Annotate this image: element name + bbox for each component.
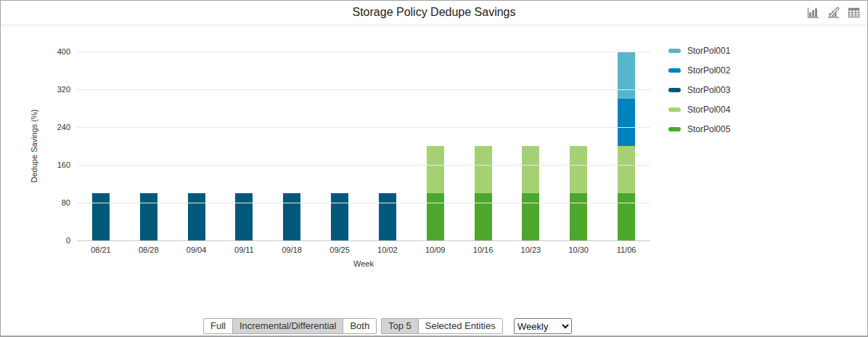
y-tick-label: 80 [62, 198, 70, 208]
stacked-bar [92, 193, 110, 240]
footer-controls: FullIncremental/DifferentialBoth Top 5Se… [1, 317, 867, 334]
page-title: Storage Policy Dedupe Savings [1, 1, 867, 24]
x-axis-labels: 08/2108/2809/0409/1109/1809/2510/0210/09… [77, 245, 650, 254]
stacked-bar [140, 193, 157, 240]
x-tick-label: 10/09 [412, 245, 459, 254]
x-tick-label: 11/06 [602, 245, 650, 254]
bar-segment-storpol003[interactable] [188, 193, 205, 240]
stacked-bar [570, 146, 587, 240]
x-tick-label: 08/21 [77, 245, 125, 254]
legend-label: StorPol004 [687, 105, 730, 115]
x-tick-label: 10/16 [459, 245, 507, 254]
bar-segment-storpol002[interactable] [618, 99, 635, 146]
y-tick-label: 160 [57, 160, 70, 170]
bar-segment-storpol003[interactable] [331, 193, 348, 240]
bar-slot [268, 52, 316, 240]
bar-slot [125, 52, 173, 240]
legend-swatch [668, 68, 681, 73]
bar-segment-storpol004[interactable] [570, 146, 587, 193]
y-axis-title: Dedupe Savings (%) [30, 110, 38, 183]
bar-segment-storpol005[interactable] [427, 193, 444, 240]
stacked-bar [331, 193, 348, 240]
y-tick-label: 400 [57, 46, 70, 57]
bar-slot [316, 52, 364, 240]
legend-label: StorPol003 [687, 85, 730, 95]
x-tick-label: 10/02 [364, 245, 412, 254]
stacked-bar [475, 146, 492, 240]
bar-slot [364, 52, 412, 240]
bar-slot [412, 52, 459, 240]
button-both[interactable]: Both [343, 318, 377, 334]
gridline [77, 127, 650, 128]
x-axis-title: Week [77, 259, 650, 268]
x-tick-label: 08/28 [125, 245, 173, 254]
backup-type-button-group: FullIncremental/DifferentialBoth [203, 318, 377, 334]
stacked-bar [427, 146, 444, 240]
stacked-bar [235, 193, 253, 240]
bar-segment-storpol004[interactable] [475, 146, 492, 193]
chart-plot-area: 08/2108/2809/0409/1109/1809/2510/0210/09… [77, 52, 650, 241]
bar-segment-storpol004[interactable] [427, 146, 444, 193]
gridline [77, 89, 650, 90]
legend-label: StorPol002 [687, 65, 730, 76]
chart-toolbar [807, 7, 860, 19]
bar-slot [554, 52, 602, 240]
legend-item-storpol002[interactable]: StorPol002 [668, 65, 730, 76]
x-tick-label: 09/25 [316, 245, 364, 254]
button-selected-entities[interactable]: Selected Entities [418, 318, 503, 334]
legend-label: StorPol005 [687, 124, 730, 134]
column-chart-icon[interactable] [807, 7, 819, 19]
button-top-5[interactable]: Top 5 [381, 318, 419, 334]
bar-series-container [77, 52, 650, 240]
x-tick-label: 09/11 [220, 245, 268, 254]
legend-swatch [668, 127, 681, 131]
button-incremental-differential[interactable]: Incremental/Differential [232, 318, 343, 334]
table-view-icon[interactable] [848, 7, 860, 19]
bar-slot [173, 52, 221, 240]
bar-segment-storpol005[interactable] [522, 193, 539, 240]
x-tick-label: 10/23 [507, 245, 554, 254]
stacked-bar [283, 193, 300, 240]
bar-slot [459, 52, 507, 240]
gridline [77, 165, 650, 166]
entity-button-group: Top 5Selected Entities [381, 318, 503, 334]
stacked-bar [379, 193, 396, 240]
bar-segment-storpol003[interactable] [379, 193, 396, 240]
x-tick-label: 10/30 [554, 245, 602, 254]
button-full[interactable]: Full [203, 318, 233, 334]
bar-segment-storpol003[interactable] [92, 193, 110, 240]
bar-slot [220, 52, 268, 240]
legend-swatch [668, 88, 681, 92]
legend-swatch [668, 49, 681, 53]
legend-item-storpol005[interactable]: StorPol005 [668, 124, 730, 134]
bar-segment-storpol003[interactable] [235, 193, 253, 240]
report-widget: Storage Policy Dedupe Savings Dedupe Sav… [0, 0, 868, 337]
bar-segment-storpol005[interactable] [618, 193, 635, 240]
bar-slot [507, 52, 554, 240]
bar-segment-storpol005[interactable] [570, 193, 587, 240]
bar-slot [77, 52, 125, 240]
bar-slot [602, 52, 650, 240]
x-tick-label: 09/04 [173, 245, 221, 254]
title-bar: Storage Policy Dedupe Savings [1, 1, 867, 25]
frequency-dropdown[interactable]: Weekly [514, 318, 572, 334]
legend-label: StorPol001 [687, 46, 730, 56]
stacked-bar [188, 193, 205, 240]
bar-segment-storpol003[interactable] [283, 193, 300, 240]
stacked-bar [618, 52, 635, 240]
y-tick-label: 240 [57, 122, 70, 132]
x-tick-label: 09/18 [268, 245, 316, 254]
gridline [77, 203, 650, 203]
legend-item-storpol003[interactable]: StorPol003 [668, 85, 730, 95]
bar-segment-storpol004[interactable] [618, 146, 635, 193]
bar-segment-storpol001[interactable] [618, 52, 635, 99]
legend-item-storpol001[interactable]: StorPol001 [668, 46, 730, 56]
bar-segment-storpol005[interactable] [475, 193, 492, 240]
y-tick-label: 320 [57, 84, 70, 94]
bar-segment-storpol004[interactable] [522, 146, 539, 193]
legend-item-storpol004[interactable]: StorPol004 [668, 105, 730, 115]
chart-legend: StorPol001StorPol002StorPol003StorPol004… [668, 46, 730, 134]
gridline [77, 52, 650, 52]
bar-segment-storpol003[interactable] [140, 193, 157, 240]
edit-chart-icon[interactable] [827, 7, 840, 19]
